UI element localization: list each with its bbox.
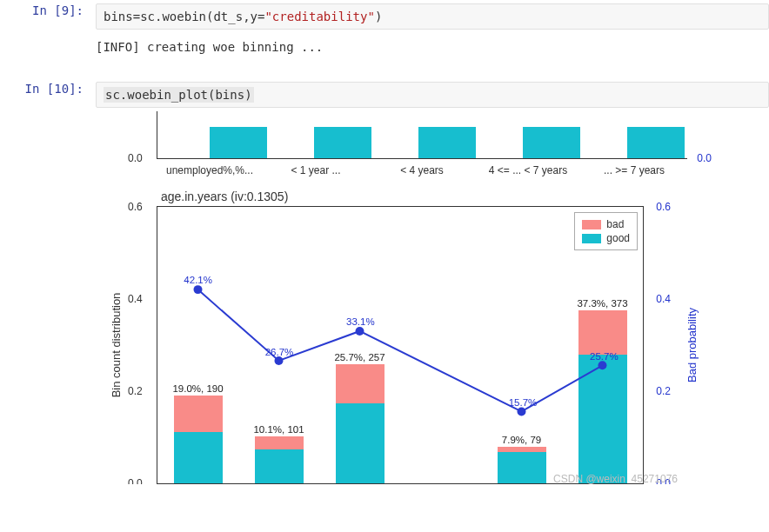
mini-bar	[523, 127, 580, 158]
code-text-10: sc.woebin_plot(bins)	[104, 87, 254, 103]
svg-point-3	[517, 407, 525, 416]
line-point-label: 33.1%	[346, 317, 375, 328]
mini-bar	[627, 127, 685, 158]
ytick: 0.6	[128, 201, 143, 213]
cell-9-output: [INFO] creating woe binning ...	[96, 30, 769, 75]
ytick: 0.4	[128, 293, 143, 305]
chart-output: 0.0 0.0 unemployed%,%... < 1 year ... < …	[0, 111, 769, 484]
legend: bad good	[574, 212, 638, 250]
chart-title: age.in.years (iv:0.1305)	[161, 190, 288, 203]
line-point-label: 26.7%	[265, 347, 294, 357]
mini-cat: < 4 years	[369, 164, 475, 176]
svg-point-0	[194, 285, 203, 294]
main-chart: age.in.years (iv:0.1305) Bin count distr…	[157, 206, 644, 484]
ytick: 0.2	[128, 385, 143, 397]
legend-swatch-bad	[582, 220, 601, 229]
line-layer	[157, 207, 643, 484]
code-text-suffix: )	[375, 10, 382, 23]
legend-swatch-good	[582, 234, 601, 243]
mini-y2tick: 0.0	[697, 152, 712, 164]
code-input-9[interactable]: bins=sc.woebin(dt_s,y="creditability")	[96, 3, 769, 30]
y2tick: 0.4	[656, 293, 671, 305]
code-input-10[interactable]: sc.woebin_plot(bins)	[96, 82, 769, 108]
ytick: 0.0	[128, 477, 143, 484]
y-axis-label: Bin count distribution	[110, 293, 123, 398]
mini-bar	[210, 127, 267, 158]
mini-cat: unemployed%,%...	[157, 164, 263, 176]
prompt-in-9: In [9]:	[0, 3, 96, 17]
mini-cat: < 1 year ...	[263, 164, 369, 176]
line-point-label: 25.7%	[590, 351, 619, 362]
line-point-label: 15.7%	[509, 397, 538, 408]
prompt-in-10: In [10]:	[0, 82, 96, 96]
line-point-label: 42.1%	[184, 276, 212, 286]
cell-9: In [9]: bins=sc.woebin(dt_s,y="creditabi…	[0, 0, 769, 78]
mini-ytick: 0.0	[128, 152, 143, 164]
svg-point-1	[275, 356, 284, 365]
y2tick: 0.2	[656, 385, 671, 397]
mini-bar	[314, 127, 371, 158]
y2-axis-label: Bad probability	[685, 308, 699, 382]
legend-label-good: good	[606, 232, 630, 244]
code-string: "creditability"	[264, 10, 374, 23]
legend-label-bad: bad	[606, 218, 624, 230]
mini-xaxis: unemployed%,%... < 1 year ... < 4 years …	[157, 164, 687, 176]
svg-point-4	[598, 361, 606, 369]
mini-cat: 4 <= ... < 7 years	[475, 164, 581, 176]
cell-10: In [10]: sc.woebin_plot(bins)	[0, 78, 769, 111]
watermark: CSDN @weixin_45271076	[553, 473, 678, 484]
y2tick: 0.6	[656, 201, 671, 213]
mini-bar	[418, 127, 476, 158]
mini-chart: 0.0 0.0	[157, 111, 687, 159]
code-text: bins=sc.woebin(dt_s,y=	[104, 10, 264, 23]
svg-point-2	[356, 327, 364, 336]
mini-cat: ... >= 7 years	[581, 164, 687, 176]
